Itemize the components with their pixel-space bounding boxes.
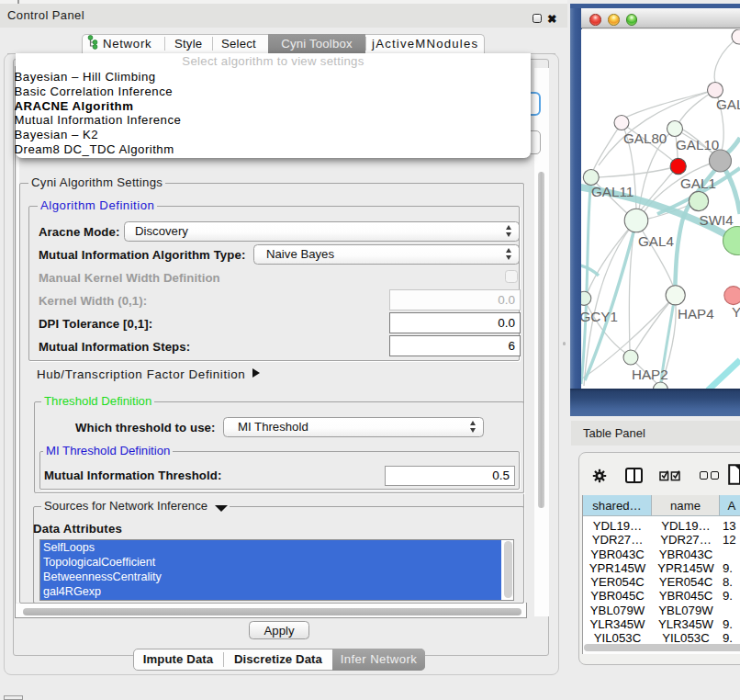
svg-text:GCY1: GCY1 <box>581 309 618 324</box>
svg-text:HAP2: HAP2 <box>632 367 668 382</box>
svg-text:GAL11: GAL11 <box>591 184 633 199</box>
svg-text:HAP4: HAP4 <box>678 306 714 322</box>
svg-text:GAL10: GAL10 <box>676 137 719 152</box>
svg-text:GAL: GAL <box>716 96 740 112</box>
svg-text:GAL4: GAL4 <box>638 233 674 249</box>
svg-text:GAL80: GAL80 <box>623 130 667 146</box>
svg-text:SWI4: SWI4 <box>700 212 734 228</box>
svg-text:Y: Y <box>732 304 740 320</box>
svg-text:GAL1: GAL1 <box>680 175 716 191</box>
